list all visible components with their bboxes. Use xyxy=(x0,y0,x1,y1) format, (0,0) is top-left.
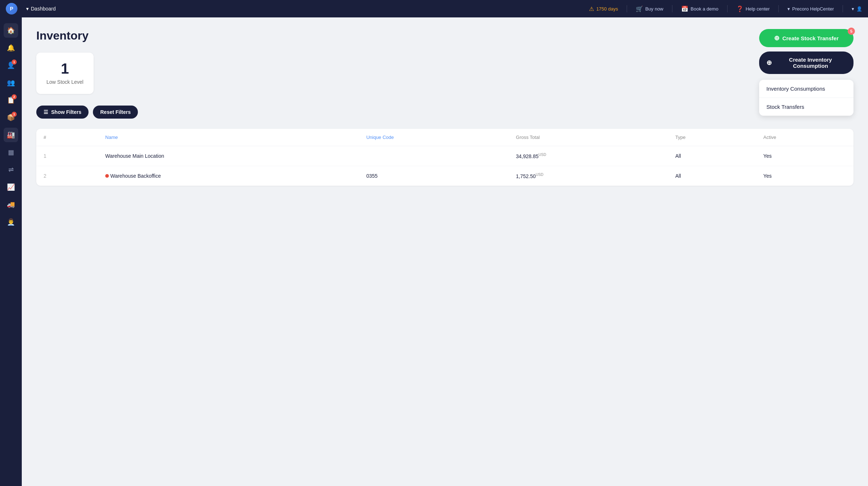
status-dot xyxy=(105,174,109,178)
plus-icon-2: ⊕ xyxy=(766,59,772,67)
action-panel: ⊕ Create Stock Transfer 5 ⊕ Create Inven… xyxy=(759,29,853,116)
orders-badge: 2 xyxy=(12,94,17,99)
low-stock-label: Low Stock Level xyxy=(46,79,83,85)
sidebar-warehouse[interactable]: 🏭 xyxy=(4,128,18,142)
transfer-badge: 5 xyxy=(848,28,855,35)
sidebar-home[interactable]: 🏠 xyxy=(4,23,18,38)
quick-links-panel: Inventory Consumptions Stock Transfers xyxy=(759,80,853,116)
book-demo-link[interactable]: 📅 Book a demo xyxy=(681,5,718,12)
sidebar-profile[interactable]: 👤 1 xyxy=(4,58,18,73)
stats-row: 1 Low Stock Level xyxy=(36,53,853,94)
sidebar-team[interactable]: 👥 xyxy=(4,75,18,90)
cell-type: All xyxy=(668,146,756,166)
nav-divider-3 xyxy=(727,5,728,12)
user-menu[interactable]: ▾ 👤 xyxy=(852,6,862,12)
low-stock-value: 1 xyxy=(46,61,83,76)
col-active: Active xyxy=(756,129,853,146)
profile-badge: 1 xyxy=(12,59,17,65)
chevron-down-icon-2: ▾ xyxy=(787,6,790,12)
sidebar-reports[interactable]: ▦ xyxy=(4,145,18,160)
low-stock-card[interactable]: 1 Low Stock Level xyxy=(36,53,94,94)
warning-icon: ⚠ xyxy=(589,5,594,12)
col-gross-total: Gross Total xyxy=(509,129,668,146)
cart-icon: 🛒 xyxy=(636,5,643,12)
sidebar: 🏠 🔔 👤 1 👥 📋 2 📦 1 🏭 ▦ ⇌ 📈 🚚 👨‍💼 xyxy=(0,17,22,486)
cell-num: 1 xyxy=(36,146,98,166)
plus-icon: ⊕ xyxy=(774,34,779,42)
box-badge: 1 xyxy=(12,112,17,117)
calendar-icon: 📅 xyxy=(681,5,688,12)
inventory-consumptions-link[interactable]: Inventory Consumptions xyxy=(759,80,853,98)
buy-now-link[interactable]: 🛒 Buy now xyxy=(636,5,663,12)
cell-name: Warehouse Main Location xyxy=(98,146,359,166)
sidebar-orders[interactable]: 📋 2 xyxy=(4,93,18,107)
create-stock-transfer-button[interactable]: ⊕ Create Stock Transfer 5 xyxy=(759,29,853,47)
show-filters-button[interactable]: ☰ Show Filters xyxy=(36,106,89,119)
table-row[interactable]: 2 Warehouse Backoffice 0355 1,752.50USD … xyxy=(36,166,853,185)
col-name[interactable]: Name xyxy=(98,129,359,146)
cell-type: All xyxy=(668,166,756,185)
cell-gross-total: 1,752.50USD xyxy=(509,166,668,185)
col-num: # xyxy=(36,129,98,146)
table-header-row: # Name Unique Code Gross Total Type Acti… xyxy=(36,129,853,146)
page-title: Inventory xyxy=(36,29,853,42)
dashboard-nav[interactable]: ▾ Dashboard xyxy=(26,6,56,12)
cell-active: Yes xyxy=(756,166,853,185)
main-content: Inventory 1 Low Stock Level ⊕ Create Sto… xyxy=(22,17,868,486)
sidebar-box[interactable]: 📦 1 xyxy=(4,110,18,125)
nav-divider-1 xyxy=(627,5,627,12)
sidebar-contacts[interactable]: 👨‍💼 xyxy=(4,215,18,229)
sidebar-transfers[interactable]: ⇌ xyxy=(4,162,18,177)
col-type: Type xyxy=(668,129,756,146)
filter-icon: ☰ xyxy=(44,109,48,115)
cell-gross-total: 34,928.85USD xyxy=(509,146,668,166)
chevron-down-icon-3: ▾ xyxy=(852,6,854,12)
cell-unique-code xyxy=(359,146,508,166)
help-center-link[interactable]: ❓ Help center xyxy=(736,5,770,12)
filters-row: ☰ Show Filters Reset Filters xyxy=(36,106,853,119)
sidebar-analytics[interactable]: 📈 xyxy=(4,180,18,194)
nav-divider-5 xyxy=(843,5,843,12)
cell-num: 2 xyxy=(36,166,98,185)
reset-filters-button[interactable]: Reset Filters xyxy=(93,106,138,119)
user-icon: 👤 xyxy=(856,6,862,12)
chevron-down-icon: ▾ xyxy=(26,6,29,12)
nav-divider-4 xyxy=(778,5,779,12)
sidebar-delivery[interactable]: 🚚 xyxy=(4,197,18,212)
nav-divider-2 xyxy=(672,5,672,12)
cell-active: Yes xyxy=(756,146,853,166)
stock-transfers-link[interactable]: Stock Transfers xyxy=(759,98,853,116)
app-logo[interactable]: P xyxy=(6,3,17,15)
table-row[interactable]: 1 Warehouse Main Location 34,928.85USD A… xyxy=(36,146,853,166)
topnav: P ▾ Dashboard ⚠ 1750 days 🛒 Buy now 📅 Bo… xyxy=(0,0,868,17)
help-icon: ❓ xyxy=(736,5,744,12)
org-selector[interactable]: ▾ Precoro HelpCenter xyxy=(787,6,834,12)
sidebar-notifications[interactable]: 🔔 xyxy=(4,41,18,55)
cell-name: Warehouse Backoffice xyxy=(98,166,359,185)
cell-unique-code: 0355 xyxy=(359,166,508,185)
warning-days[interactable]: ⚠ 1750 days xyxy=(589,5,618,12)
main-layout: 🏠 🔔 👤 1 👥 📋 2 📦 1 🏭 ▦ ⇌ 📈 🚚 👨‍💼 Inventor… xyxy=(0,17,868,486)
col-unique-code[interactable]: Unique Code xyxy=(359,129,508,146)
inventory-table: # Name Unique Code Gross Total Type Acti… xyxy=(36,129,853,185)
create-inventory-consumption-button[interactable]: ⊕ Create Inventory Consumption xyxy=(759,52,853,74)
